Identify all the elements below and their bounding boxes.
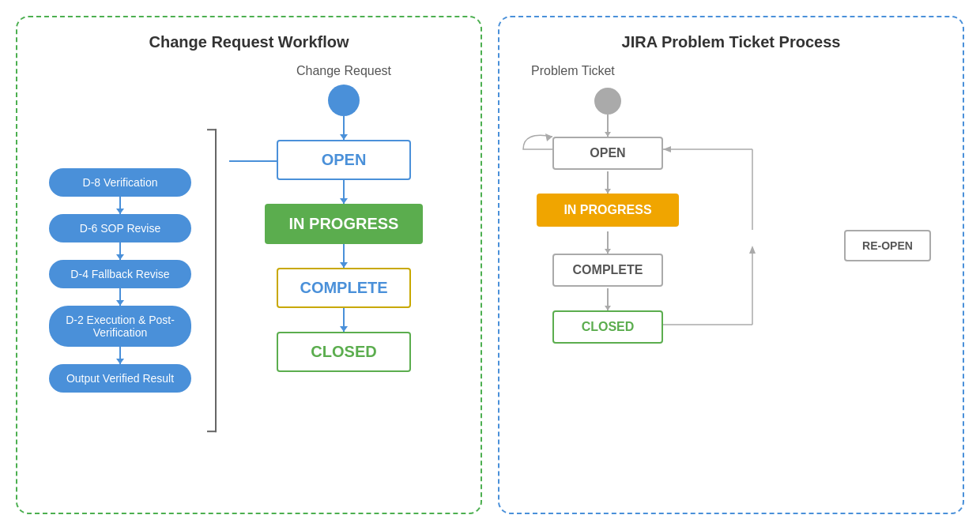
step-d4: D-4 Fallback Revise (49, 260, 191, 288)
step-output: Output Verified Result (49, 364, 191, 393)
step-d2: D-2 Execution & Post-Verification (49, 306, 191, 347)
line-open-inprogress (343, 180, 345, 204)
main-container: Change Request Workflow D-8 Verification… (0, 0, 980, 530)
jira-line-1 (607, 115, 609, 137)
right-diagram: JIRA Problem Ticket Process Problem Tick… (498, 16, 964, 514)
left-content: D-8 Verification D-6 SOP Revise D-4 Fall… (33, 64, 465, 497)
line-complete-closed (343, 308, 345, 332)
line-inprogress-complete (343, 244, 345, 268)
line-start-open (343, 116, 345, 140)
flow-box-open: OPEN (277, 140, 411, 180)
right-content: Problem Ticket OPEN IN PROGRESS (515, 64, 947, 497)
right-title: JIRA Problem Ticket Process (515, 33, 947, 51)
jira-box-inprogress: IN PROGRESS (537, 194, 679, 227)
jira-start-circle (594, 88, 621, 115)
svg-marker-6 (545, 133, 552, 141)
arrow-d6-d4 (119, 242, 121, 260)
svg-marker-5 (663, 146, 671, 152)
open-container: OPEN (277, 140, 411, 180)
jira-line-2 (607, 171, 609, 194)
bracket (207, 129, 217, 432)
jira-label: Problem Ticket (531, 64, 615, 78)
flow-box-complete: COMPLETE (277, 268, 411, 308)
jira-box-open: OPEN (552, 137, 663, 170)
flow-box-closed: CLOSED (277, 332, 411, 372)
jira-box-reopen: RE-OPEN (844, 230, 931, 261)
jira-box-closed: CLOSED (552, 310, 663, 344)
flow-label: Change Request (296, 64, 391, 78)
jira-box-complete: COMPLETE (552, 254, 663, 287)
arrow-d2-output (119, 347, 121, 364)
left-line-open (229, 160, 278, 162)
flow-box-inprogress: IN PROGRESS (265, 204, 423, 244)
left-title: Change Request Workflow (33, 33, 465, 51)
step-d8: D-8 Verification (49, 168, 191, 197)
step-d6: D-6 SOP Revise (49, 214, 191, 242)
flow-column: Change Request OPEN IN (223, 64, 465, 497)
arrow-d4-d2 (119, 288, 121, 306)
svg-marker-2 (749, 246, 756, 254)
arrow-d8-d6 (119, 197, 121, 214)
left-diagram: Change Request Workflow D-8 Verification… (16, 16, 482, 514)
jira-line-4 (607, 288, 609, 310)
jira-line-3 (607, 231, 609, 254)
steps-column: D-8 Verification D-6 SOP Revise D-4 Fall… (33, 64, 207, 497)
flow-start-circle (328, 85, 360, 116)
